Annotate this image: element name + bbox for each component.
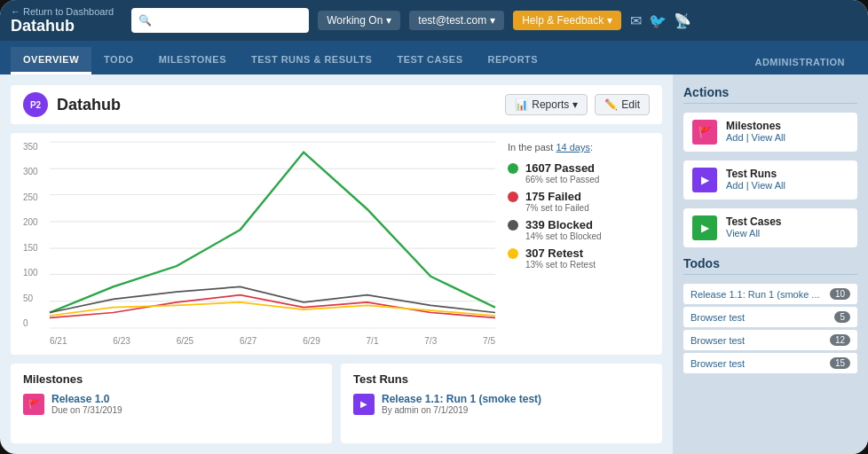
todos-title: Todos bbox=[683, 256, 857, 275]
chart-svg bbox=[50, 142, 495, 328]
milestone-name[interactable]: Release 1.0 bbox=[51, 393, 122, 405]
bottom-row: Milestones 🚩 Release 1.0 Due on 7/31/201… bbox=[11, 364, 662, 443]
milestones-card: Milestones 🚩 Release 1.0 Due on 7/31/201… bbox=[11, 364, 332, 443]
tab-test-cases[interactable]: TEST CASES bbox=[384, 47, 475, 74]
stat-passed: 1607 Passed 66% set to Passed bbox=[508, 161, 650, 184]
stat-retest: 307 Retest 13% set to Retest bbox=[508, 247, 650, 270]
todo-item: Browser test 5 bbox=[683, 307, 857, 327]
tab-nav: OVERVIEW TODO MILESTONES TEST RUNS & RES… bbox=[0, 41, 868, 74]
tab-administration[interactable]: ADMINISTRATION bbox=[742, 50, 857, 74]
stat-blocked: 339 Blocked 14% set to Blocked bbox=[508, 218, 650, 241]
tab-test-runs[interactable]: TEST RUNS & RESULTS bbox=[239, 47, 384, 74]
chevron-down-icon: ▾ bbox=[490, 14, 495, 27]
todo-item: Browser test 12 bbox=[683, 330, 857, 350]
nav-brand: ← Return to Dashboard Datahub bbox=[11, 6, 114, 35]
left-panel: P2 Datahub 📊 Reports ▾ ✏️ Edit bbox=[0, 74, 673, 454]
milestone-icon: 🚩 bbox=[23, 394, 44, 415]
stat-failed: 175 Failed 7% set to Failed bbox=[508, 190, 650, 213]
todo-name[interactable]: Browser test bbox=[690, 358, 745, 369]
todo-name[interactable]: Browser test bbox=[690, 335, 745, 346]
rss-icon[interactable]: 📡 bbox=[674, 12, 691, 29]
testrun-item: ▶ Release 1.1: Run 1 (smoke test) By adm… bbox=[353, 393, 650, 415]
project-name: Datahub bbox=[57, 96, 121, 114]
app-title: Datahub bbox=[11, 17, 114, 35]
right-panel: Actions 🚩 Milestones Add | View All ▶ Te… bbox=[673, 74, 868, 454]
milestone-due: Due on 7/31/2019 bbox=[51, 405, 122, 415]
todo-count: 5 bbox=[834, 311, 850, 323]
chart-x-labels: 6/21 6/23 6/25 6/27 6/29 7/1 7/3 7/5 bbox=[50, 336, 495, 346]
milestone-item: 🚩 Release 1.0 Due on 7/31/2019 bbox=[23, 393, 320, 415]
tab-milestones[interactable]: MILESTONES bbox=[146, 47, 239, 74]
testrun-by: By admin on 7/1/2019 bbox=[382, 405, 541, 415]
action-milestones: 🚩 Milestones Add | View All bbox=[683, 113, 857, 152]
chart-y-labels: 0 50 100 150 200 250 300 350 bbox=[23, 142, 50, 328]
search-icon: 🔍 bbox=[138, 14, 152, 27]
project-badge: P2 bbox=[23, 92, 48, 117]
todo-item: Release 1.1: Run 1 (smoke ... 10 bbox=[683, 284, 857, 304]
help-feedback-button[interactable]: Help & Feedback ▾ bbox=[513, 11, 621, 30]
mail-icon[interactable]: ✉ bbox=[630, 12, 642, 29]
testrun-icon: ▶ bbox=[353, 394, 375, 415]
testruns-title: Test Runs bbox=[353, 372, 650, 386]
testruns-action-icon: ▶ bbox=[692, 168, 717, 192]
tab-overview[interactable]: OVERVIEW bbox=[11, 47, 91, 74]
todo-count: 15 bbox=[830, 357, 850, 369]
todo-list: Release 1.1: Run 1 (smoke ... 10 Browser… bbox=[683, 284, 857, 373]
milestones-action-icon: 🚩 bbox=[692, 120, 717, 145]
testcases-viewall-link[interactable]: View All bbox=[726, 228, 760, 239]
milestones-add-link[interactable]: Add bbox=[726, 132, 744, 143]
project-header: P2 Datahub 📊 Reports ▾ ✏️ Edit bbox=[11, 85, 662, 124]
todo-item: Browser test 15 bbox=[683, 353, 857, 373]
chart-wrap: 0 50 100 150 200 250 300 350 bbox=[23, 142, 495, 346]
milestones-title: Milestones bbox=[23, 372, 320, 386]
nav-icons: ✉ 🐦 📡 bbox=[630, 12, 691, 29]
milestones-action-name: Milestones bbox=[726, 120, 785, 132]
past-label: In the past 14 days: bbox=[508, 142, 650, 153]
tab-reports[interactable]: REPORTS bbox=[475, 47, 550, 74]
testruns-add-link[interactable]: Add bbox=[726, 180, 744, 191]
search-wrap: 🔍 bbox=[131, 8, 309, 33]
testruns-card: Test Runs ▶ Release 1.1: Run 1 (smoke te… bbox=[341, 364, 662, 443]
reports-button[interactable]: 📊 Reports ▾ bbox=[505, 94, 588, 115]
todo-name[interactable]: Browser test bbox=[690, 312, 745, 323]
action-testcases: ▶ Test Cases View All bbox=[683, 208, 857, 247]
chevron-down-icon: ▾ bbox=[607, 14, 612, 27]
tab-todo[interactable]: TODO bbox=[91, 47, 146, 74]
testruns-viewall-link[interactable]: View All bbox=[752, 180, 785, 191]
todo-name[interactable]: Release 1.1: Run 1 (smoke ... bbox=[690, 289, 820, 300]
testcases-action-icon: ▶ bbox=[692, 215, 717, 240]
top-nav: ← Return to Dashboard Datahub 🔍 Working … bbox=[0, 0, 868, 41]
chart-icon: 📊 bbox=[515, 98, 528, 111]
action-testruns: ▶ Test Runs Add | View All bbox=[683, 160, 857, 200]
milestones-viewall-link[interactable]: View All bbox=[752, 132, 785, 143]
search-input[interactable] bbox=[131, 8, 309, 33]
passed-dot bbox=[508, 163, 518, 174]
retest-dot bbox=[508, 248, 518, 259]
edit-icon: ✏️ bbox=[604, 98, 618, 111]
milestones-action-links: Add | View All bbox=[726, 132, 785, 143]
todo-count: 10 bbox=[830, 288, 850, 300]
project-actions: 📊 Reports ▾ ✏️ Edit bbox=[505, 94, 650, 115]
main-content: P2 Datahub 📊 Reports ▾ ✏️ Edit bbox=[0, 74, 868, 454]
testcases-action-links: View All bbox=[726, 228, 781, 239]
blocked-dot bbox=[508, 220, 518, 231]
actions-title: Actions bbox=[683, 85, 857, 104]
twitter-icon[interactable]: 🐦 bbox=[649, 12, 667, 29]
testruns-action-name: Test Runs bbox=[726, 168, 785, 180]
chevron-down-icon: ▾ bbox=[386, 14, 391, 27]
project-name-wrap: P2 Datahub bbox=[23, 92, 121, 117]
user-menu-button[interactable]: test@test.com ▾ bbox=[409, 11, 504, 30]
testruns-action-links: Add | View All bbox=[726, 180, 785, 191]
testrun-name[interactable]: Release 1.1: Run 1 (smoke test) bbox=[382, 393, 541, 405]
stats-panel: In the past 14 days: 1607 Passed 66% set… bbox=[508, 142, 650, 346]
back-link[interactable]: ← Return to Dashboard bbox=[11, 6, 114, 17]
todo-count: 12 bbox=[830, 334, 850, 346]
chevron-down-icon: ▾ bbox=[572, 98, 578, 111]
edit-button[interactable]: ✏️ Edit bbox=[595, 94, 650, 115]
chart-section: 0 50 100 150 200 250 300 350 bbox=[11, 133, 662, 355]
testcases-action-name: Test Cases bbox=[726, 215, 781, 228]
days-link[interactable]: 14 days bbox=[556, 142, 590, 153]
working-on-button[interactable]: Working On ▾ bbox=[318, 11, 400, 30]
failed-dot bbox=[508, 192, 518, 202]
